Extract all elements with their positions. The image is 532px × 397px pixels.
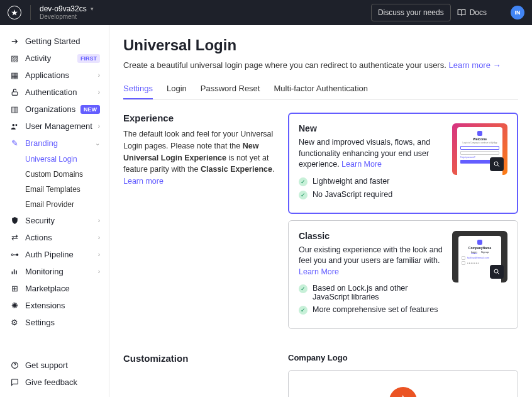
- chevron-down-icon: ⌄: [95, 140, 100, 147]
- users-icon: [9, 122, 20, 131]
- svg-line-12: [497, 272, 499, 274]
- sidebar-sub-email-templates[interactable]: Email Templates: [0, 182, 109, 197]
- sidebar-item-auth-pipeline[interactable]: ⊶Auth Pipeline›: [0, 246, 109, 263]
- brush-icon: ✎: [9, 138, 20, 148]
- discuss-button[interactable]: Discuss your needs: [371, 4, 451, 21]
- sidebar-item-user-management[interactable]: User Management›: [0, 118, 109, 135]
- experience-learn-more[interactable]: Learn more: [123, 177, 163, 186]
- page-subtitle: Create a beautiful universal login page …: [123, 60, 518, 70]
- sidebar-item-settings[interactable]: ⚙Settings: [0, 314, 109, 331]
- sidebar-item-activity[interactable]: ▨ActivityFIRST: [0, 50, 109, 67]
- page-title: Universal Login: [123, 36, 518, 54]
- sparkle-icon: ✺: [9, 301, 20, 310]
- check-icon: ✓: [299, 177, 308, 186]
- svg-rect-7: [16, 271, 17, 274]
- new-learn-more[interactable]: Learn More: [341, 160, 382, 169]
- logo-box: [288, 370, 518, 397]
- sidebar-item-branding[interactable]: ✎Branding⌄: [0, 135, 109, 152]
- sidebar-item-support[interactable]: Get support: [0, 357, 109, 374]
- classic-learn-more[interactable]: Learn More: [299, 267, 339, 276]
- chevron-right-icon: ›: [98, 217, 100, 224]
- sidebar-sub-universal-login[interactable]: Universal Login: [0, 152, 109, 167]
- shield-icon: [9, 216, 20, 225]
- main-content: Universal Login Create a beautiful unive…: [109, 25, 532, 397]
- svg-point-9: [494, 162, 498, 165]
- chevron-down-icon: ▾: [91, 6, 94, 13]
- classic-feature-1: ✓Based on Lock.js and other JavaScript l…: [299, 284, 443, 301]
- tab-mfa[interactable]: Multi-factor Authentication: [274, 79, 368, 99]
- flow-icon: ⇄: [9, 233, 20, 242]
- tab-login[interactable]: Login: [167, 79, 187, 99]
- check-icon: ✓: [299, 306, 308, 315]
- card-new-title: New: [299, 123, 443, 133]
- avatar[interactable]: IN: [511, 6, 524, 20]
- customization-title: Customization: [123, 353, 277, 364]
- classic-preview: CompanyNameLoginSignupfa@aol@email.com••…: [452, 231, 507, 282]
- sidebar-item-feedback[interactable]: Give feedback: [0, 374, 109, 391]
- card-classic-title: Classic: [299, 231, 443, 241]
- tenant-env: Development: [40, 13, 94, 21]
- sidebar-sub-email-provider[interactable]: Email Provider: [0, 197, 109, 212]
- classic-feature-2: ✓More comprehensive set of features: [299, 305, 443, 315]
- sidebar-item-monitoring[interactable]: Monitoring›: [0, 263, 109, 280]
- zoom-icon[interactable]: [490, 157, 504, 171]
- chevron-right-icon: ›: [98, 89, 100, 96]
- chat-icon: [9, 378, 20, 386]
- chevron-right-icon: ›: [98, 123, 100, 130]
- docs-link[interactable]: Docs: [451, 4, 493, 21]
- sidebar-item-organizations[interactable]: ▥OrganizationsNEW: [0, 101, 109, 118]
- tenant-name: dev-o9va32cs: [40, 4, 87, 13]
- chevron-right-icon: ›: [98, 268, 100, 275]
- sidebar-item-getting-started[interactable]: ➔Getting Started: [0, 33, 109, 50]
- svg-rect-5: [11, 272, 13, 274]
- check-icon: ✓: [299, 284, 308, 293]
- card-classic-desc: Our existing experience with the look an…: [299, 245, 443, 278]
- chevron-right-icon: ›: [98, 251, 100, 258]
- search-icon[interactable]: [358, 8, 371, 18]
- tab-password-reset[interactable]: Password Reset: [201, 79, 260, 99]
- sidebar-item-marketplace[interactable]: ⊞Marketplace: [0, 280, 109, 297]
- tab-settings[interactable]: Settings: [123, 79, 153, 99]
- sidebar-item-authentication[interactable]: Authentication›: [0, 84, 109, 101]
- new-preview: WelcomeLog in to Company to continue to …: [452, 123, 507, 175]
- bell-icon[interactable]: [493, 8, 506, 18]
- product-logo[interactable]: [8, 6, 21, 20]
- learn-more-link[interactable]: Learn more →: [448, 60, 501, 70]
- company-logo-label: Company Logo: [288, 353, 518, 362]
- book-icon: [457, 8, 466, 17]
- building-icon: ▥: [9, 104, 20, 114]
- card-new-desc: New and improved visuals, flows, and fun…: [299, 137, 443, 171]
- tabs: Settings Login Password Reset Multi-fact…: [123, 79, 518, 100]
- experience-desc: The default look and feel for your Unive…: [123, 128, 277, 187]
- sidebar-item-security[interactable]: Security›: [0, 212, 109, 229]
- chevron-right-icon: ›: [98, 234, 100, 241]
- sidebar-sub-custom-domains[interactable]: Custom Domains: [0, 167, 109, 182]
- tenant-selector[interactable]: dev-o9va32cs ▾ Development: [40, 4, 94, 21]
- sidebar-item-actions[interactable]: ⇄Actions›: [0, 229, 109, 246]
- new-feature-1: ✓Lightweight and faster: [299, 177, 443, 186]
- arrow-icon: ➔: [9, 36, 20, 46]
- svg-point-4: [15, 124, 17, 126]
- lock-icon: [9, 88, 20, 96]
- experience-card-new[interactable]: New New and improved visuals, flows, and…: [288, 113, 518, 214]
- divider: [30, 5, 31, 20]
- top-bar: dev-o9va32cs ▾ Development Discuss your …: [0, 0, 532, 25]
- zoom-icon[interactable]: [490, 265, 504, 279]
- svg-line-10: [497, 165, 499, 167]
- experience-title: Experience: [123, 113, 277, 123]
- customization-section: Customization Company Logo: [123, 353, 518, 397]
- experience-section: Experience The default look and feel for…: [123, 113, 518, 335]
- sidebar-item-applications[interactable]: ▦Applications›: [0, 67, 109, 84]
- sidebar-item-extensions[interactable]: ✺Extensions: [0, 297, 109, 314]
- svg-point-3: [13, 123, 15, 126]
- chart-icon: ▨: [9, 53, 20, 63]
- grid-icon: ⊞: [9, 284, 20, 293]
- apps-icon: ▦: [9, 70, 20, 80]
- sidebar: ➔Getting Started ▨ActivityFIRST ▦Applica…: [0, 25, 109, 397]
- experience-card-classic[interactable]: Classic Our existing experience with the…: [288, 220, 518, 330]
- svg-rect-2: [12, 92, 18, 95]
- company-logo-preview: [389, 387, 417, 397]
- pipeline-icon: ⊶: [9, 250, 20, 259]
- chevron-right-icon: ›: [98, 72, 100, 79]
- first-badge: FIRST: [77, 54, 100, 63]
